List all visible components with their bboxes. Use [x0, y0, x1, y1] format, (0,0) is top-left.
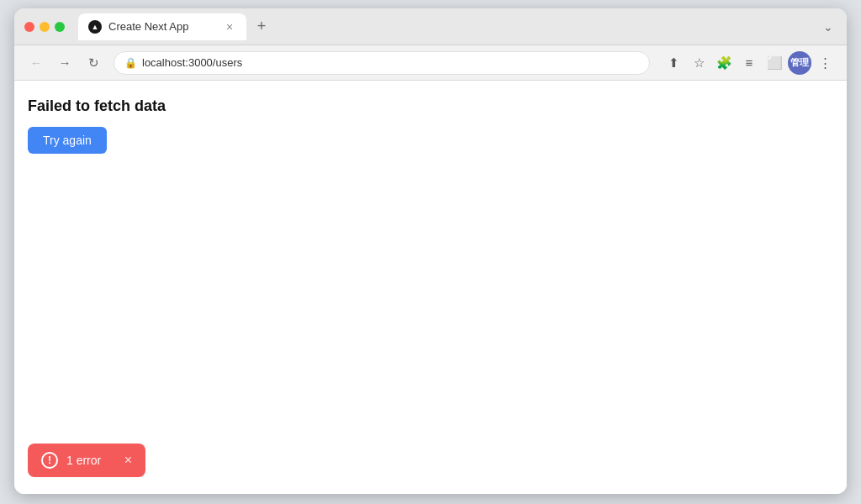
- tab-bar: ▲ Create Next App × + ⌄: [78, 13, 837, 40]
- address-input[interactable]: 🔒 localhost:3000/users: [114, 51, 650, 75]
- url-display: localhost:3000/users: [142, 56, 242, 69]
- new-tab-button[interactable]: +: [250, 15, 273, 39]
- forward-button[interactable]: →: [53, 51, 77, 75]
- maximize-window-button[interactable]: [55, 22, 65, 32]
- reader-mode-button[interactable]: ⬜: [763, 51, 786, 75]
- tab-list-button[interactable]: ⌄: [820, 17, 837, 37]
- active-tab[interactable]: ▲ Create Next App ×: [78, 13, 246, 40]
- back-button[interactable]: ←: [24, 51, 48, 75]
- bookmark-button[interactable]: ☆: [687, 51, 710, 75]
- error-icon: !: [41, 452, 58, 469]
- toast-close-button[interactable]: ×: [124, 453, 132, 468]
- close-window-button[interactable]: [24, 22, 34, 32]
- minimize-window-button[interactable]: [40, 22, 50, 32]
- reload-button[interactable]: ↻: [82, 51, 105, 75]
- tab-favicon-icon: ▲: [88, 20, 102, 34]
- tab-title: Create Next App: [108, 20, 216, 33]
- browser-toolbar: ⬆ ☆ 🧩 ≡ ⬜ 管理 ⋮: [662, 51, 837, 75]
- lock-icon: 🔒: [124, 57, 137, 69]
- page-content: Failed to fetch data Try again ! 1 error…: [14, 81, 847, 494]
- toast-message: 1 error: [66, 454, 101, 467]
- browser-window: ▲ Create Next App × + ⌄ ← → ↻ 🔒 localhos…: [14, 8, 847, 494]
- extensions-button[interactable]: 🧩: [712, 51, 736, 75]
- error-heading: Failed to fetch data: [28, 97, 833, 115]
- share-button[interactable]: ⬆: [662, 51, 685, 75]
- traffic-lights: [24, 22, 65, 32]
- title-bar: ▲ Create Next App × + ⌄: [14, 8, 847, 45]
- error-toast: ! 1 error ×: [28, 444, 145, 477]
- address-bar: ← → ↻ 🔒 localhost:3000/users ⬆ ☆ 🧩 ≡ ⬜ 管…: [14, 45, 847, 81]
- browser-menu-button[interactable]: ⋮: [813, 51, 837, 75]
- reading-list-button[interactable]: ≡: [737, 51, 761, 75]
- try-again-button[interactable]: Try again: [28, 127, 107, 154]
- tab-close-button[interactable]: ×: [223, 20, 236, 34]
- profile-button[interactable]: 管理: [788, 51, 811, 75]
